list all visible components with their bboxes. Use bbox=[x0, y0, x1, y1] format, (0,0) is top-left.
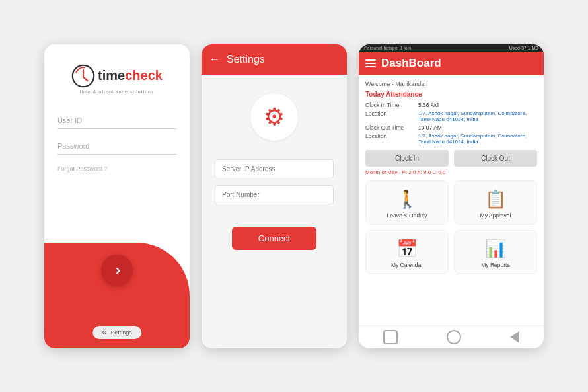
logo-text: timecheck bbox=[98, 68, 163, 83]
userid-field[interactable] bbox=[57, 112, 176, 129]
welcome-text: Welcome - Manikandan bbox=[365, 81, 537, 87]
connect-button[interactable]: Connect bbox=[232, 227, 316, 250]
nav-bar bbox=[359, 325, 544, 348]
my-approval-tile[interactable]: 📋 My Approval bbox=[454, 180, 537, 225]
arrow-right-icon: › bbox=[116, 262, 120, 279]
gear-icon: ⚙ bbox=[102, 329, 107, 336]
clock-in-time-value: 5:36 AM bbox=[418, 102, 537, 108]
leave-onduty-icon: 🚶 bbox=[396, 189, 418, 210]
my-calendar-label: My Calendar bbox=[391, 262, 423, 268]
login-screen: timecheck time & attendance solutions Fo… bbox=[44, 44, 190, 348]
clock-out-time-row: Clock Out Time 10:07 AM bbox=[365, 124, 537, 131]
dashboard-title: DashBoard bbox=[381, 57, 441, 70]
dashboard-header: DashBoard bbox=[359, 52, 544, 75]
clock-out-button[interactable]: Clock Out bbox=[454, 150, 537, 167]
my-calendar-icon: 📅 bbox=[396, 239, 418, 259]
dashboard-body: Welcome - Manikandan Today Attendance Cl… bbox=[359, 75, 544, 325]
back-arrow-icon[interactable]: ← bbox=[209, 54, 220, 65]
port-number-input[interactable] bbox=[215, 185, 334, 204]
gear-large-icon: ⚙ bbox=[250, 93, 298, 141]
dashboard-screen: Personal hotspot 1 join Used 37.1 MB Das… bbox=[359, 44, 544, 348]
password-field[interactable] bbox=[57, 138, 176, 155]
hamburger-line-2 bbox=[365, 63, 376, 64]
forgot-password-link[interactable]: Forgot Password ? bbox=[57, 165, 108, 172]
settings-label: Settings bbox=[110, 329, 132, 336]
userid-input[interactable] bbox=[57, 112, 176, 129]
clock-in-time-label: Clock In Time bbox=[365, 102, 418, 108]
nav-square-button[interactable] bbox=[383, 330, 398, 344]
location-label-1: Location bbox=[365, 110, 418, 122]
hamburger-menu[interactable] bbox=[365, 59, 376, 67]
today-attendance-title: Today Attendance bbox=[365, 91, 537, 98]
login-red-bottom: › ⚙ Settings bbox=[44, 243, 190, 348]
login-top: timecheck time & attendance solutions Fo… bbox=[44, 44, 190, 243]
clock-out-location-row: Location 1/7, Ashok nagar, Sundarsputam,… bbox=[365, 133, 537, 145]
dashboard-grid: 🚶 Leave & Onduty 📋 My Approval 📅 My Cale… bbox=[365, 180, 537, 274]
logo-icon bbox=[71, 64, 95, 88]
clock-out-time-value: 10:07 AM bbox=[418, 124, 537, 131]
leave-onduty-tile[interactable]: 🚶 Leave & Onduty bbox=[365, 180, 449, 225]
my-approval-icon: 📋 bbox=[485, 189, 506, 210]
clock-out-time-label: Clock Out Time bbox=[365, 124, 418, 131]
server-ip-input[interactable] bbox=[215, 159, 334, 178]
my-calendar-tile[interactable]: 📅 My Calendar bbox=[365, 230, 449, 274]
settings-body: ⚙ Connect bbox=[202, 75, 347, 348]
settings-header: ← Settings bbox=[202, 44, 347, 75]
nav-circle-button[interactable] bbox=[447, 330, 461, 344]
my-reports-icon: 📊 bbox=[485, 239, 506, 259]
location-label-2: Location bbox=[365, 133, 418, 145]
hamburger-line-1 bbox=[365, 59, 376, 61]
clock-in-button[interactable]: Clock In bbox=[365, 150, 449, 167]
hotspot-status: Personal hotspot 1 join bbox=[364, 46, 411, 50]
logo-brand: timecheck bbox=[71, 64, 163, 88]
clock-in-location-row: Location 1/7, Ashok nagar, Sundarsputam,… bbox=[365, 110, 537, 122]
status-bar: Personal hotspot 1 join Used 37.1 MB bbox=[359, 44, 544, 52]
settings-button[interactable]: ⚙ Settings bbox=[92, 326, 141, 339]
login-submit-button[interactable]: › bbox=[101, 255, 133, 286]
gear-symbol: ⚙ bbox=[264, 103, 285, 131]
settings-screen: ← Settings ⚙ Connect bbox=[202, 44, 347, 348]
data-used: Used 37.1 MB bbox=[509, 46, 538, 50]
month-info: Month of May - P: 2.0 A: 9.0 L: 0.0 bbox=[365, 169, 537, 175]
password-input[interactable] bbox=[57, 138, 176, 155]
leave-onduty-label: Leave & Onduty bbox=[387, 212, 427, 219]
settings-title: Settings bbox=[227, 54, 265, 65]
clock-in-location-value: 1/7, Ashok nagar, Sundarsputam, Coimbato… bbox=[418, 110, 537, 122]
my-reports-tile[interactable]: 📊 My Reports bbox=[454, 230, 537, 274]
my-reports-label: My Reports bbox=[481, 262, 509, 268]
logo-area: timecheck time & attendance solutions bbox=[71, 64, 163, 94]
hamburger-line-3 bbox=[365, 66, 376, 67]
logo-tagline: time & attendance solutions bbox=[80, 89, 155, 94]
my-approval-label: My Approval bbox=[480, 212, 511, 219]
clock-out-location-value: 1/7, Ashok nagar, Sundarsputam, Coimbato… bbox=[418, 133, 537, 145]
clock-in-time-row: Clock In Time 5:36 AM bbox=[365, 102, 537, 108]
clock-buttons: Clock In Clock Out bbox=[365, 150, 537, 167]
nav-back-button[interactable] bbox=[510, 331, 519, 343]
